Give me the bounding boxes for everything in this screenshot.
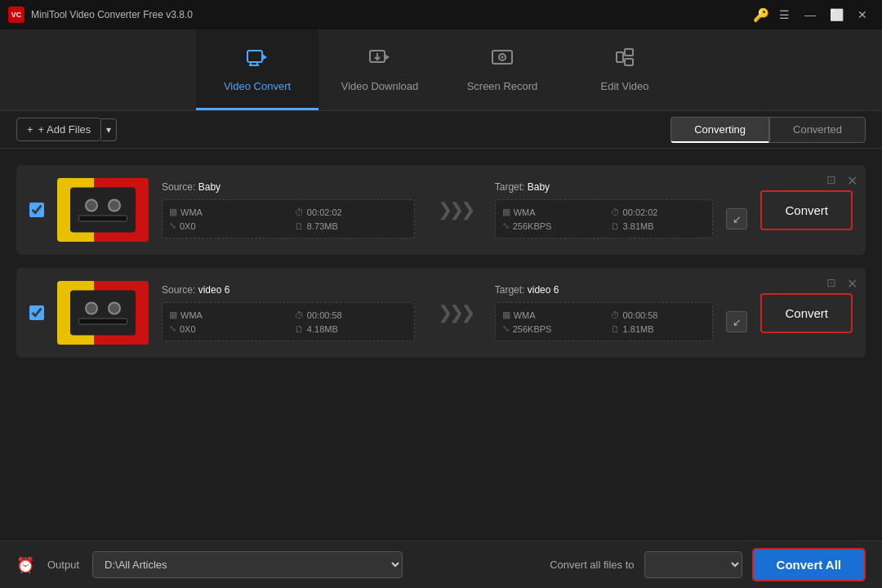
file2-source-size-row: 🗋 4.18MB	[295, 323, 408, 334]
file2-source-label: Source: video 6	[162, 284, 415, 296]
title-bar: VC MiniTool Video Converter Free v3.8.0 …	[0, 0, 882, 29]
convert-all-format-select[interactable]	[644, 551, 742, 578]
tab-converting[interactable]: Converting	[670, 117, 769, 143]
target-clock-icon-1: ⏱	[611, 207, 620, 217]
svg-marker-6	[385, 54, 390, 60]
file2-target-area: ▦ WMA ⏱ 00:00:58 ⤡ 256KBPS 🗋	[495, 302, 748, 341]
file2-source-resolution: 0X0	[180, 324, 196, 334]
file2-source-format-row: ▦ WMA	[169, 310, 282, 320]
tab-video-convert-label: Video Convert	[224, 80, 291, 92]
tab-video-download[interactable]: Video Download	[318, 29, 441, 110]
app-title: MiniTool Video Converter Free v3.8.0	[31, 9, 193, 20]
target-clock-icon-2: ⏱	[611, 310, 620, 320]
file1-arrow: ❯❯❯	[431, 199, 479, 220]
resolution-icon-2: ⤡	[169, 323, 176, 334]
restore-button[interactable]: ⬜	[825, 5, 848, 24]
converting-converted-tabs: Converting Converted	[670, 117, 866, 143]
close-button[interactable]: ✕	[851, 5, 874, 24]
nav-bar: Video Convert Video Download Screen Reco…	[0, 29, 882, 111]
file2-source-resolution-row: ⤡ 0X0	[169, 323, 282, 334]
tab-screen-record-label: Screen Record	[467, 80, 538, 92]
file1-target-format-row: ▦ WMA	[502, 207, 598, 217]
file2-target-meta: ▦ WMA ⏱ 00:00:58 ⤡ 256KBPS 🗋	[495, 302, 714, 341]
file1-source-format: WMA	[180, 207, 203, 217]
file2-checkbox[interactable]	[29, 305, 44, 320]
file2-target-label: Target: video 6	[495, 284, 748, 296]
file2-source-meta: ▦ WMA ⏱ 00:00:58 ⤡ 0X0 🗋 4.18MB	[162, 302, 415, 341]
titlebar-left: VC MiniTool Video Converter Free v3.8.0	[8, 7, 193, 23]
target-size-icon-1: 🗋	[611, 221, 620, 231]
file2-card-close-button[interactable]: ✕	[847, 276, 858, 292]
size-icon-2: 🗋	[295, 324, 304, 334]
clock-icon-1: ⏱	[295, 207, 304, 217]
output-path-select[interactable]: D:\All Articles	[92, 551, 403, 578]
hamburger-button[interactable]: ☰	[773, 5, 795, 24]
file2-card-edit-button[interactable]: ⊡	[826, 276, 836, 289]
file1-convert-button[interactable]: Convert	[760, 190, 853, 230]
file-card-1: Source: Baby ▦ WMA ⏱ 00:02:02 ⤡ 0X0	[16, 165, 866, 255]
cassette-reel-right-2	[108, 301, 121, 314]
file2-target-edit-button[interactable]: ↙	[726, 311, 747, 332]
file1-source-duration-row: ⏱ 00:02:02	[295, 207, 408, 217]
convert-all-button[interactable]: Convert All	[752, 548, 866, 581]
file1-source-meta: ▦ WMA ⏱ 00:02:02 ⤡ 0X0 🗋 8.73MB	[162, 199, 415, 238]
file1-source-resolution-row: ⤡ 0X0	[169, 220, 282, 231]
file-icon-2: ▦	[169, 310, 177, 320]
add-files-plus-icon: +	[27, 123, 33, 136]
svg-marker-1	[262, 54, 267, 60]
cassette-reels-2	[85, 301, 121, 314]
output-path-container: D:\All Articles	[92, 551, 403, 578]
file2-target-duration: 00:00:58	[623, 310, 658, 320]
file2-info: Source: video 6 ▦ WMA ⏱ 00:00:58 ⤡ 0X0	[162, 284, 747, 341]
target-file-icon-2: ▦	[502, 310, 510, 320]
cassette-reel-left-1	[85, 198, 98, 212]
app-logo: VC	[8, 7, 24, 23]
tab-screen-record[interactable]: Screen Record	[441, 29, 564, 110]
add-files-dropdown-button[interactable]: ▾	[101, 118, 117, 141]
target-bitrate-icon-1: ⤡	[502, 220, 510, 231]
add-files-button[interactable]: + + Add Files	[16, 118, 101, 141]
cassette-reels-1	[85, 198, 121, 212]
tab-edit-video[interactable]: Edit Video	[564, 29, 686, 110]
file1-card-close-button[interactable]: ✕	[847, 173, 858, 189]
file2-target-format-row: ▦ WMA	[502, 310, 598, 320]
file2-source-size: 4.18MB	[307, 324, 338, 334]
cassette-body-2	[70, 291, 136, 336]
file2-convert-button[interactable]: Convert	[760, 293, 853, 333]
file1-source-size-row: 🗋 8.73MB	[295, 220, 408, 231]
minimize-button[interactable]: —	[799, 5, 822, 24]
file1-target-size: 3.81MB	[623, 221, 654, 231]
svg-rect-13	[625, 59, 633, 65]
video-download-icon	[368, 46, 391, 74]
file1-source-block: Source: Baby ▦ WMA ⏱ 00:02:02 ⤡ 0X0	[162, 181, 415, 238]
video-convert-icon	[246, 46, 269, 74]
file1-source-duration: 00:02:02	[307, 207, 342, 217]
add-files-label: + Add Files	[38, 123, 91, 136]
file2-target-bitrate-row: ⤡ 256KBPS	[502, 323, 598, 334]
screen-record-icon	[491, 46, 514, 74]
cassette-art-2	[57, 281, 149, 345]
file2-source-format: WMA	[180, 310, 203, 320]
tab-converted[interactable]: Converted	[769, 117, 866, 143]
cassette-art-1	[57, 178, 149, 242]
file1-source-resolution: 0X0	[180, 221, 196, 231]
file1-checkbox[interactable]	[29, 203, 44, 217]
file1-source-size: 8.73MB	[307, 221, 338, 231]
output-label: Output	[47, 559, 79, 571]
cassette-body-1	[70, 188, 136, 233]
clock-icon: ⏰	[16, 556, 34, 574]
file1-target-size-row: 🗋 3.81MB	[611, 220, 706, 231]
file1-target-edit-button[interactable]: ↙	[726, 208, 747, 229]
tab-video-convert[interactable]: Video Convert	[196, 29, 318, 110]
file1-target-duration: 00:02:02	[623, 207, 658, 217]
file2-thumbnail	[57, 281, 149, 345]
svg-rect-12	[625, 49, 633, 56]
file2-target-block: Target: video 6 ▦ WMA ⏱ 00:00:58 ⤡	[495, 284, 748, 341]
file1-card-edit-button[interactable]: ⊡	[826, 173, 836, 186]
sub-tabs-bar: + + Add Files ▾ Converting Converted	[0, 111, 882, 149]
key-icon[interactable]: 🔑	[753, 7, 769, 23]
file1-target-block: Target: Baby ▦ WMA ⏱ 00:02:02 ⤡	[495, 181, 748, 238]
tab-video-download-label: Video Download	[341, 80, 418, 92]
file1-info: Source: Baby ▦ WMA ⏱ 00:02:02 ⤡ 0X0	[162, 181, 747, 238]
edit-video-icon	[613, 46, 636, 74]
